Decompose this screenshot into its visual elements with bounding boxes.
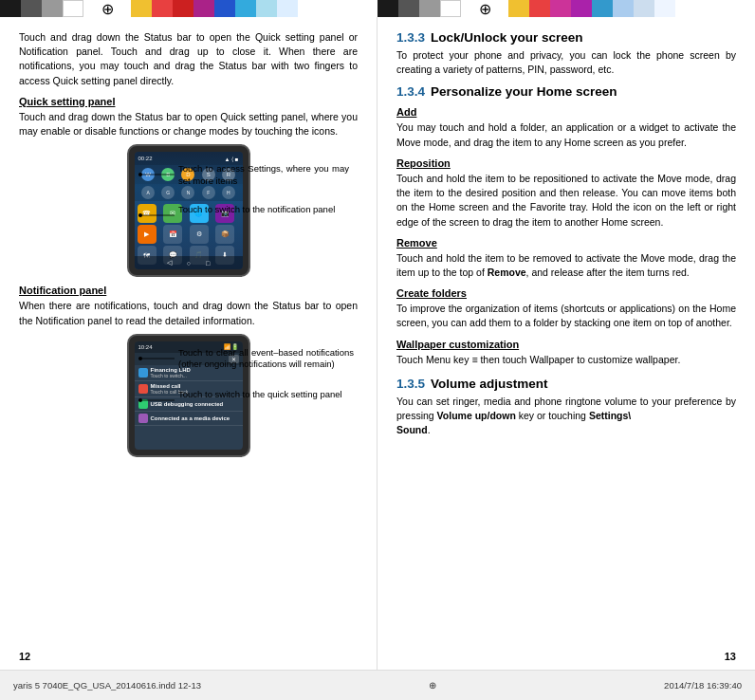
section-133-header: 1.3.3 Lock/Unlock your screen — [396, 30, 736, 45]
section-135-title: Volume adjustment — [431, 377, 548, 391]
notification-panel-body: When there are notifications, touch and … — [19, 299, 358, 327]
callout-text-notification: Touch to switch to the notification pane… — [178, 204, 349, 215]
top-bar-left: ⊕ — [0, 0, 378, 17]
section-135-header: 1.3.5 Volume adjustment — [396, 377, 736, 391]
reposition-heading: Reposition — [396, 157, 736, 169]
nav-recent: □ — [206, 260, 210, 267]
reg-mark-right: ⊕ — [461, 0, 508, 17]
notification-panel-heading: Notification panel — [19, 285, 358, 296]
app-icon-6: 📅 — [163, 225, 182, 244]
bottom-bar-left: yaris 5 7040E_QG_USA_20140616.indd 12-13 — [13, 680, 201, 691]
left-intro-text: Touch and drag down the Status bar to op… — [19, 30, 358, 88]
section-133-body: To protect your phone and privacy, you c… — [396, 48, 736, 77]
notif-title-4: Connected as a media device — [151, 415, 239, 421]
page-left: Touch and drag down the Status bar to op… — [0, 17, 378, 670]
add-body: You may touch and hold a folder, an appl… — [396, 120, 736, 149]
callout-line-4 — [138, 393, 178, 408]
callout-settings: Touch to access Settings, where you may … — [178, 163, 349, 187]
section-135-number: 1.3.5 — [396, 377, 425, 391]
reg-mark-left: ⊕ — [83, 0, 131, 17]
remove-heading: Remove — [396, 237, 736, 249]
svg-point-1 — [138, 173, 142, 176]
nav-back: ◁ — [167, 259, 172, 267]
create-folders-heading: Create folders — [396, 287, 736, 299]
page-number-right: 13 — [725, 651, 736, 662]
callout-line-2 — [138, 208, 178, 223]
qi2-a: A — [141, 186, 155, 199]
wallpaper-heading: Wallpaper customization — [396, 339, 736, 350]
section-133-title: Lock/Unlock your screen — [431, 30, 583, 45]
callout-line-3 — [138, 351, 178, 366]
callout-line-1 — [138, 167, 178, 182]
notif-icon-2 — [138, 384, 148, 394]
callout-text-clear: Touch to clear all event–based notificat… — [178, 347, 354, 371]
svg-point-7 — [138, 398, 142, 402]
app-icon-8: 📦 — [215, 225, 234, 244]
callout-group-2: Touch to clear all event–based notificat… — [178, 347, 354, 401]
section-133-number: 1.3.3 — [396, 30, 425, 45]
qi2-b: G — [161, 186, 175, 199]
reposition-body: Touch and hold the item to be reposition… — [396, 172, 736, 230]
create-folders-body: To improve the organization of items (sh… — [396, 302, 736, 330]
app-icon-7: ⚙ — [190, 225, 209, 244]
callout-text-settings: Touch to access Settings, where you may … — [178, 163, 349, 187]
quick-setting-body: Touch and drag down the Status bar to op… — [19, 110, 358, 138]
nav-home: ○ — [187, 260, 191, 267]
add-heading: Add — [396, 106, 736, 118]
quick-setting-panel-area: 00:22 ▲ ⟨ ■ W B D S R A — [19, 144, 358, 277]
callout-text-switch: Touch to switch to the quick setting pan… — [178, 389, 354, 400]
top-color-bar: ⊕ ⊕ — [0, 0, 755, 17]
page-right: 1.3.3 Lock/Unlock your screen To protect… — [378, 17, 755, 670]
bottom-bar-reg-mark: ⊕ — [429, 680, 436, 691]
bottom-bar: yaris 5 7040E_QG_USA_20140616.indd 12-13… — [0, 670, 755, 700]
remove-body: Touch and hold the item to be removed to… — [396, 251, 736, 280]
notif-row-4: Connected as a media device — [135, 412, 243, 426]
callout-clear: Touch to clear all event–based notificat… — [178, 347, 354, 371]
app-icon-5: ▶ — [138, 225, 157, 244]
section-134-number: 1.3.4 — [396, 84, 425, 99]
callout-notification: Touch to switch to the notification pane… — [178, 204, 349, 215]
section-135-body: You can set ringer, media and phone ring… — [396, 395, 736, 438]
main-content: Touch and drag down the Status bar to op… — [0, 17, 755, 670]
section-134-title: Personalize your Home screen — [431, 84, 617, 99]
callout-group-1: Touch to access Settings, where you may … — [178, 163, 349, 215]
nav-bar-1: ◁ ○ □ — [135, 256, 243, 269]
callout-switch: Touch to switch to the quick setting pan… — [178, 389, 354, 400]
svg-point-3 — [138, 213, 142, 217]
bottom-bar-right: 2014/7/18 16:39:40 — [664, 680, 742, 691]
notif-content-4: Connected as a media device — [151, 415, 239, 421]
quick-setting-heading: Quick setting panel — [19, 96, 358, 107]
notif-icon-4 — [138, 414, 148, 423]
svg-point-5 — [138, 357, 142, 360]
notification-panel-area: 10:24 📶 🔋 ✕ Financing LHD Touc — [19, 334, 358, 457]
wallpaper-body: Touch Menu key ≡ then touch Wallpaper to… — [396, 353, 736, 367]
top-bar-right: ⊕ — [378, 0, 755, 17]
page-number-left: 12 — [19, 651, 30, 662]
section-134-header: 1.3.4 Personalize your Home screen — [396, 84, 736, 99]
notif-icon-1 — [138, 368, 148, 378]
